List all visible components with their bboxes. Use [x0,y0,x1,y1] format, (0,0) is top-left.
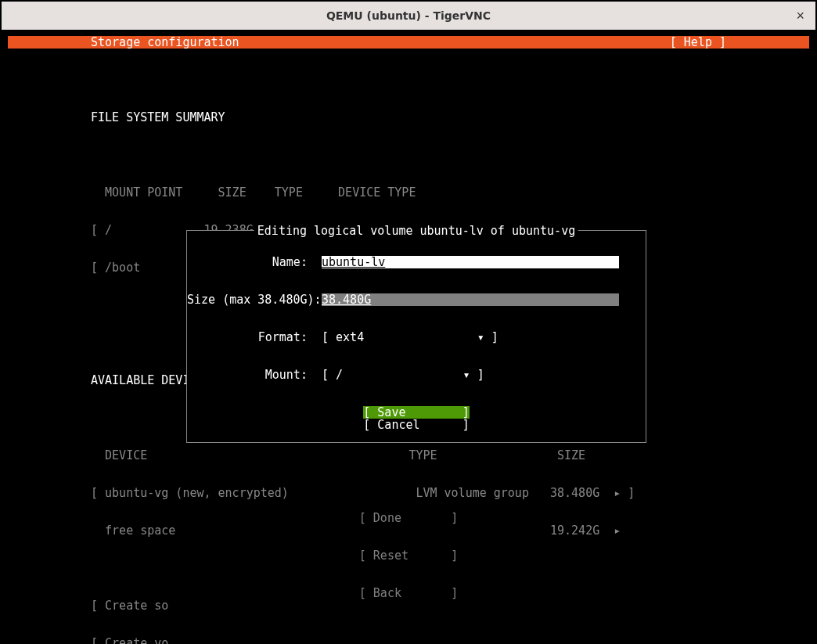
mount-label: Mount: [187,369,322,381]
dialog-title: Editing logical volume ubuntu-lv of ubun… [254,225,578,237]
edit-logical-volume-dialog: Editing logical volume ubuntu-lv of ubun… [186,230,646,443]
done-button[interactable]: [ Done ] [359,512,458,524]
size-input[interactable]: 38.480G [322,293,619,306]
mount-select[interactable]: [ / ▾ ] [322,369,484,381]
window-title: QEMU (ubuntu) - TigerVNC [326,9,491,22]
page-title: Storage configuration [91,36,239,49]
window-body: Storage configuration [ Help ] FILE SYST… [0,30,817,642]
name-input[interactable]: ubuntu-lv [322,256,619,268]
bottom-buttons: [ Done ] [ Reset ] [ Back ] [359,487,458,624]
back-button[interactable]: [ Back ] [359,587,458,599]
format-select[interactable]: [ ext4 ▾ ] [322,331,498,344]
help-button[interactable]: [ Help ] [670,36,726,49]
close-icon[interactable]: × [796,8,804,24]
fs-table-header: MOUNT POINT SIZE TYPE DEVICE TYPE [91,186,809,199]
reset-button[interactable]: [ Reset ] [359,549,458,562]
terminal: Storage configuration [ Help ] FILE SYST… [8,36,809,634]
size-label: Size (max 38.480G): [187,293,322,306]
section-file-system-summary: FILE SYSTEM SUMMARY [91,111,809,124]
window-titlebar: QEMU (ubuntu) - TigerVNC × [0,0,817,30]
cancel-button[interactable]: [ Cancel ] [363,419,469,431]
save-button[interactable]: [ Save ] [363,406,469,419]
create-vo-truncated[interactable]: [ Create vo [91,637,809,644]
name-label: Name: [187,256,322,268]
format-label: Format: [187,331,322,344]
header-bar: Storage configuration [ Help ] [8,36,809,49]
av-table-header: DEVICE TYPE SIZE [91,449,809,462]
